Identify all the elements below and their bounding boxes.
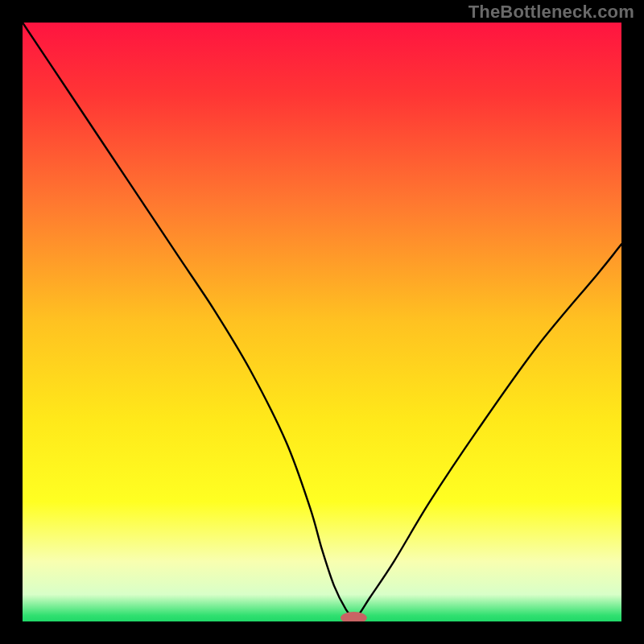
chart-frame: TheBottleneck.com (0, 0, 644, 644)
chart-svg (23, 23, 621, 621)
watermark-text: TheBottleneck.com (469, 2, 634, 23)
gradient-background (23, 23, 621, 621)
plot-area (23, 23, 621, 621)
